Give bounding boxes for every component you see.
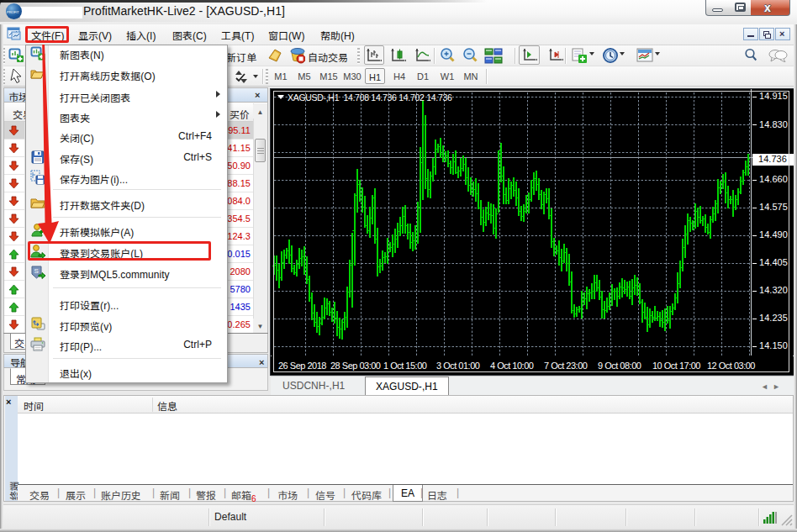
svg-text:S: S (34, 267, 39, 275)
